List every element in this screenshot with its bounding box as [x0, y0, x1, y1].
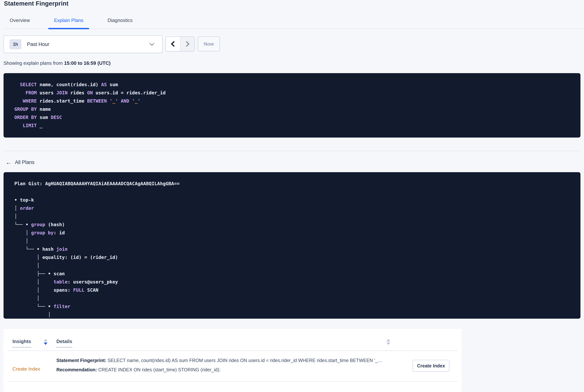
create-index-button[interactable]: Create Index — [413, 360, 450, 372]
tab-explain-plans[interactable]: Explain Plans — [48, 18, 89, 28]
time-range-dropdown[interactable]: 1h Past Hour — [3, 36, 162, 53]
insight-create-index-link[interactable]: Create Index — [12, 366, 40, 372]
now-button[interactable]: Now — [198, 36, 220, 51]
sort-asc-icon — [387, 339, 390, 341]
chevron-left-icon — [171, 41, 177, 47]
showing-prefix: Showing explain plans from — [3, 60, 64, 66]
showing-range-text: Showing explain plans from 15:00 to 16:5… — [3, 60, 110, 66]
sort-asc-icon — [44, 339, 47, 341]
tab-diagnostics[interactable]: Diagnostics — [102, 18, 138, 28]
sort-icon-insights[interactable] — [44, 339, 47, 345]
table-header-divider — [7, 350, 458, 351]
prev-interval-button[interactable] — [166, 37, 180, 51]
tab-overview[interactable]: Overview — [4, 18, 35, 28]
insights-table-card: Insights Details Create Index Statement … — [3, 329, 462, 392]
recommendation-text: CREATE INDEX ON rides (start_time) STORI… — [97, 367, 220, 372]
recommendation-line: Recommendation: CREATE INDEX ON rides (s… — [56, 365, 410, 374]
statement-fingerprint-line: Statement Fingerprint: SELECT name, coun… — [56, 356, 410, 365]
section-divider — [3, 150, 581, 151]
chevron-down-icon — [149, 41, 154, 46]
time-range-label: Past Hour — [27, 42, 49, 47]
time-pager — [166, 36, 195, 51]
sort-desc-icon — [387, 342, 390, 345]
all-plans-label: All Plans — [15, 160, 34, 165]
sort-icon-details[interactable] — [387, 339, 390, 345]
next-interval-button[interactable] — [180, 37, 194, 51]
tab-bar: Overview Explain Plans Diagnostics — [4, 18, 584, 29]
interval-badge: 1h — [9, 39, 21, 49]
all-plans-link[interactable]: ← All Plans — [5, 159, 34, 165]
arrow-left-icon: ← — [5, 159, 11, 165]
statement-fingerprint-text: SELECT name, count(rides.id) AS sum FROM… — [106, 358, 382, 363]
column-header-insights[interactable]: Insights — [12, 338, 31, 348]
table-row-divider — [7, 381, 458, 382]
column-header-details[interactable]: Details — [56, 338, 72, 348]
sort-desc-icon — [44, 342, 47, 345]
statement-fingerprint-label: Statement Fingerprint: — [56, 358, 106, 363]
chevron-right-icon — [184, 41, 189, 47]
sql-fingerprint-block: SELECT name, count(rides.id) AS sum FROM… — [3, 73, 581, 138]
time-controls: 1h Past Hour Now — [3, 36, 220, 53]
insight-details-cell: Statement Fingerprint: SELECT name, coun… — [56, 356, 410, 374]
recommendation-label: Recommendation: — [56, 367, 97, 372]
page-title: Statement Fingerprint — [4, 0, 68, 7]
plan-gist-block: Plan Gist: AgHUAQIABQAAAAHYAQIAiAEAAAADC… — [3, 172, 581, 319]
showing-range: 15:00 to 16:59 (UTC) — [64, 60, 110, 66]
